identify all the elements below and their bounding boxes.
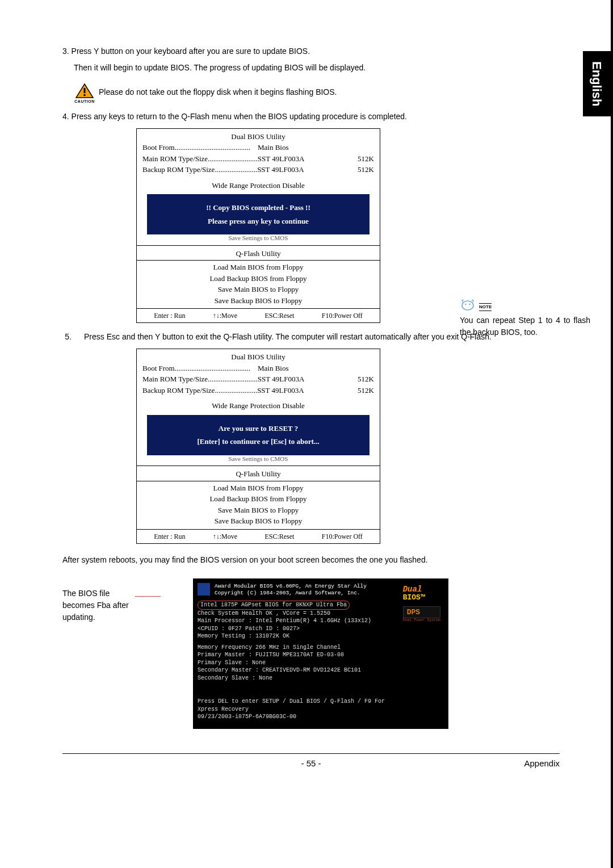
step-3-sub: Then it will begin to update BIOS. The p… — [74, 62, 560, 74]
bios2-mainrom-val: 512K — [358, 374, 374, 385]
bios1-mainrom-val: 512K — [358, 153, 374, 165]
bios-logo: BIOS™ — [403, 593, 440, 603]
boot-l11: Secondary Master : CREATIVEDVD-RM DVD124… — [198, 666, 444, 674]
bios1-f2: ↑↓:Move — [213, 311, 237, 321]
section-name: Appendix — [524, 757, 560, 770]
bios2-f4: F10:Power Off — [322, 531, 363, 542]
boot-l9: Primary Master : FUJITSU MPE3170AT ED-03… — [198, 651, 444, 659]
svg-point-3 — [465, 303, 466, 304]
caution-icon — [75, 83, 94, 99]
bios1-f3: ESC:Reset — [264, 311, 294, 321]
bios2-mainrom: Main ROM Type/Size......................… — [142, 374, 304, 385]
bios1-backuprom: Backup ROM Type/Size....................… — [142, 164, 304, 175]
bios1-f1: Enter : Run — [154, 311, 185, 321]
bios2-backuprom: Backup ROM Type/Size....................… — [142, 385, 304, 396]
svg-rect-0 — [84, 88, 86, 93]
boot-l10: Primary Slave : None — [198, 659, 444, 667]
bios2-boot-lbl: Boot From...............................… — [142, 363, 289, 374]
step-3: 3. Press Y button on your keyboard after… — [62, 45, 560, 57]
step-5-text: Press Esc and then Y button to exit the … — [84, 331, 492, 343]
bios1-m4: Save Backup BIOS to Floppy — [142, 295, 374, 307]
bios2-backuprom-val: 512K — [358, 385, 374, 396]
bios2-m2: Load Backup BIOS from Floppy — [142, 493, 374, 505]
side-note: NOTE You can repeat Step 1 to 4 to flash… — [460, 297, 590, 338]
caution-text: Please do not take out the floppy disk w… — [99, 83, 337, 98]
bios1-m3: Save Main BIOS to Floppy — [142, 284, 374, 295]
dps-logo: DPS — [403, 606, 440, 619]
bios1-mainrom: Main ROM Type/Size......................… — [142, 153, 304, 165]
step-5-num: 5. — [62, 331, 74, 343]
page-number: - 55 - — [301, 757, 321, 770]
bios-callout-text: The BIOS file becomes Fba after updating… — [62, 588, 136, 623]
after-reboot-text: After system reboots, you may find the B… — [62, 554, 560, 566]
bios2-m4: Save Backup BIOS to Floppy — [142, 515, 374, 527]
bios2-f3: ESC:Reset — [264, 531, 294, 542]
bios2-m3: Save Main BIOS to Floppy — [142, 505, 374, 516]
note-label: NOTE — [479, 303, 492, 311]
bios2-under: Save Settings to CMOS — [142, 454, 374, 464]
callout-connector-line — [135, 596, 161, 597]
bios2-banner: Are you sure to RESET ? [Enter] to conti… — [147, 415, 370, 455]
svg-point-4 — [469, 303, 470, 304]
bios1-m2: Load Backup BIOS from Floppy — [142, 273, 374, 284]
bios-screenshot-1: Dual BIOS Utility Boot From.............… — [136, 128, 380, 324]
bios2-m1: Load Main BIOS from Floppy — [142, 483, 374, 494]
bios-screenshot-2: Dual BIOS Utility Boot From.............… — [136, 349, 380, 544]
boot-bios-version-callout: Intel i875P AGPset BIOS for 8KNXP Ultra … — [198, 601, 350, 610]
bios1-backuprom-val: 512K — [358, 164, 374, 175]
note-icon — [460, 297, 476, 311]
boot-l7: Memory Testing : 131072K OK — [198, 632, 444, 640]
boot-l14: Xpress Recovery — [198, 706, 444, 714]
bios1-f4: F10:Power Off — [322, 311, 363, 321]
bios1-qflash: Q-Flash Utility — [142, 248, 374, 259]
note-text: You can repeat Step 1 to 4 to flash the … — [460, 315, 590, 338]
boot-l12: Secondary Slave : None — [198, 674, 444, 682]
bios1-under: Save Settings to CMOS — [142, 233, 374, 243]
language-tab: English — [583, 51, 611, 116]
bios1-boot-lbl: Boot From...............................… — [142, 142, 289, 153]
boot-l15: 09/23/2003-i875P-6A79BG03C-00 — [198, 713, 444, 721]
bios1-wrp: Wide Range Protection Disable — [142, 180, 374, 191]
epa-logo-icon — [198, 583, 210, 596]
boot-l13: Press DEL to enter SETUP / Dual BIOS / Q… — [198, 698, 444, 706]
bios2-wrp: Wide Range Protection Disable — [142, 400, 374, 412]
bios1-title: Dual BIOS Utility — [142, 131, 374, 142]
bios2-f2: ↑↓:Move — [213, 531, 237, 542]
bios1-banner: !! Copy BIOS completed - Pass !! Please … — [147, 194, 370, 234]
boot-l6: <CPUID : 0F27 Patch ID : 0027> — [198, 625, 444, 633]
dps-sub: Dual Power System — [403, 618, 440, 623]
caution-label: CAUTION — [74, 99, 94, 105]
bios2-title: Dual BIOS Utility — [142, 351, 374, 363]
boot-l8: Memory Frequency 266 MHz in Single Chann… — [198, 644, 444, 652]
bios2-qflash: Q-Flash Utility — [142, 468, 374, 480]
bios2-f1: Enter : Run — [154, 531, 185, 542]
svg-point-1 — [83, 94, 86, 97]
svg-point-2 — [462, 301, 473, 310]
boot-screenshot: Dual BIOS™ DPS Dual Power System Award M… — [193, 578, 448, 729]
bios1-m1: Load Main BIOS from Floppy — [142, 262, 374, 273]
step-4: 4. Press any keys to return to the Q-Fla… — [62, 111, 560, 123]
